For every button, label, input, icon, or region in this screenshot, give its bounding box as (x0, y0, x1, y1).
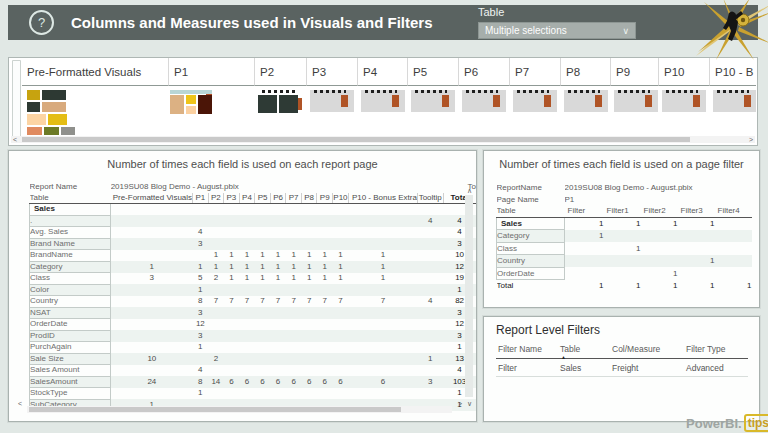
cell (239, 365, 255, 377)
cell (565, 255, 604, 268)
cell (239, 238, 255, 250)
page-tab-p8[interactable]: P8 (560, 58, 610, 135)
column-header-filter3[interactable]: Filter3 (678, 205, 715, 217)
cell (417, 365, 443, 377)
cell (239, 353, 255, 365)
page-tab-p6[interactable]: P6 (458, 58, 509, 135)
page-tab-p7[interactable]: P7 (509, 58, 560, 135)
table-row-group: Sales (30, 204, 477, 216)
scroll-up-icon[interactable]: ∧ (467, 187, 472, 194)
column-header-p9[interactable]: P9 (317, 193, 333, 204)
cell: 1 (239, 250, 255, 262)
cell (255, 365, 271, 377)
column-header-pre-formatted-visuals[interactable]: Pre-Formatted Visuals (111, 193, 193, 204)
help-button[interactable]: ? (29, 10, 54, 35)
scroll-right-icon[interactable]: > (749, 136, 753, 143)
table-row: Country1 (497, 255, 752, 268)
strip-vertical-scrollbar[interactable] (12, 60, 21, 140)
cell (301, 330, 317, 342)
strip-scrollbar-thumb[interactable] (22, 137, 690, 142)
cell (286, 330, 302, 342)
cell (255, 215, 271, 227)
cell (255, 342, 271, 354)
cell (348, 365, 417, 377)
page-thumbnail (564, 90, 608, 112)
cell (317, 330, 333, 342)
scroll-down-icon[interactable]: ∨ (467, 400, 472, 407)
report-page: ? Columns and Measures used in Visuals a… (0, 0, 768, 433)
scroll-left-icon[interactable]: < (18, 400, 22, 407)
row-label: Sales Amount (30, 365, 111, 377)
cell: 12 (193, 319, 209, 331)
scroll-left-icon[interactable]: < (13, 136, 17, 143)
column-header-p6[interactable]: P6 (270, 193, 286, 204)
cell: 7 (301, 296, 317, 308)
cell (417, 319, 443, 331)
cell (224, 353, 240, 365)
strip-horizontal-scrollbar[interactable]: < > (11, 136, 755, 143)
page-filter-container: ReportName2019SU08 Blog Demo - August.pb… (496, 182, 752, 292)
cell: 1 (286, 273, 302, 285)
page-filter-panel: Number of times each field is used on a … (483, 150, 760, 308)
column-header-filter2[interactable]: Filter2 (641, 205, 678, 217)
cell: 1 (565, 217, 604, 230)
column-header-tooltip[interactable]: Tooltip (417, 193, 443, 204)
column-header-filter4[interactable]: Filter4 (715, 205, 752, 217)
column-header-filter[interactable]: Filter (565, 205, 604, 217)
usage-horizontal-scrollbar[interactable] (27, 406, 452, 413)
cell (111, 250, 193, 262)
table-header-label[interactable]: Table (30, 193, 111, 204)
cell (286, 284, 302, 296)
column-header-filter-type[interactable]: Filter Type (684, 341, 748, 359)
column-header-p5[interactable]: P5 (255, 193, 271, 204)
page-tab-p1[interactable]: P1 (168, 58, 254, 135)
cell: 1 (193, 261, 209, 273)
column-header-table[interactable]: Table (558, 341, 610, 359)
row-label: Country (30, 296, 111, 308)
column-header-p3[interactable]: P3 (224, 193, 240, 204)
column-header-p10-bonus-extra[interactable]: P10 - Bonus Extra (348, 193, 417, 204)
cell: 1 (678, 280, 715, 292)
table-row: Avg. Sales44 (30, 227, 477, 239)
usage-vertical-scrollbar[interactable] (465, 195, 473, 397)
cell (332, 388, 348, 400)
column-header-col-measure[interactable]: Col/Measure (610, 341, 684, 359)
column-header-p7[interactable]: P7 (286, 193, 302, 204)
page-name-value: P1 (565, 194, 752, 206)
table-row-total: Total11111 (497, 280, 752, 292)
table-slicer-dropdown[interactable]: Multiple selections ∨ (478, 22, 636, 39)
column-header-p4[interactable]: P4 (239, 193, 255, 204)
cell (270, 365, 286, 377)
column-header-filter1[interactable]: Filter1 (604, 205, 641, 217)
table-row: OrderDate1212 (30, 319, 477, 331)
page-tab-p2[interactable]: P2 (254, 58, 306, 135)
cell (224, 215, 240, 227)
matrix-columns-row: TableFilterFilter1Filter2Filter3Filter4 (497, 205, 752, 217)
page-tab-p9[interactable]: P9 (610, 58, 658, 135)
cell (301, 238, 317, 250)
page-tab-p10[interactable]: P10 (658, 58, 709, 135)
column-header-p1[interactable]: P1 (193, 193, 209, 204)
page-tab-p3[interactable]: P3 (306, 58, 357, 135)
slicer-value: Multiple selections (485, 25, 567, 36)
table-header-label[interactable]: Table (497, 205, 565, 217)
cell (224, 388, 240, 400)
scroll-right-icon[interactable]: > (458, 400, 462, 407)
table-row: .44 (30, 215, 477, 227)
page-tab-p5[interactable]: P5 (407, 58, 458, 135)
table-row: BrandName111111111110 (30, 250, 477, 262)
column-header-p10[interactable]: P10 (332, 193, 348, 204)
usage-scrollbar-thumb[interactable] (29, 407, 401, 412)
cell (286, 342, 302, 354)
cell (348, 330, 417, 342)
cell (193, 353, 209, 365)
cell (332, 227, 348, 239)
page-tab-p4[interactable]: P4 (357, 58, 407, 135)
cell (348, 342, 417, 354)
column-header-filter-name[interactable]: Filter Name (496, 341, 558, 359)
page-tab-p10-b[interactable]: P10 - B (709, 58, 756, 135)
table-row: Class35211111111119 (30, 273, 477, 285)
column-header-p8[interactable]: P8 (301, 193, 317, 204)
page-tab-pre-formatted-visuals[interactable]: Pre-Formatted Visuals (22, 58, 168, 135)
column-header-p2[interactable]: P2 (208, 193, 224, 204)
